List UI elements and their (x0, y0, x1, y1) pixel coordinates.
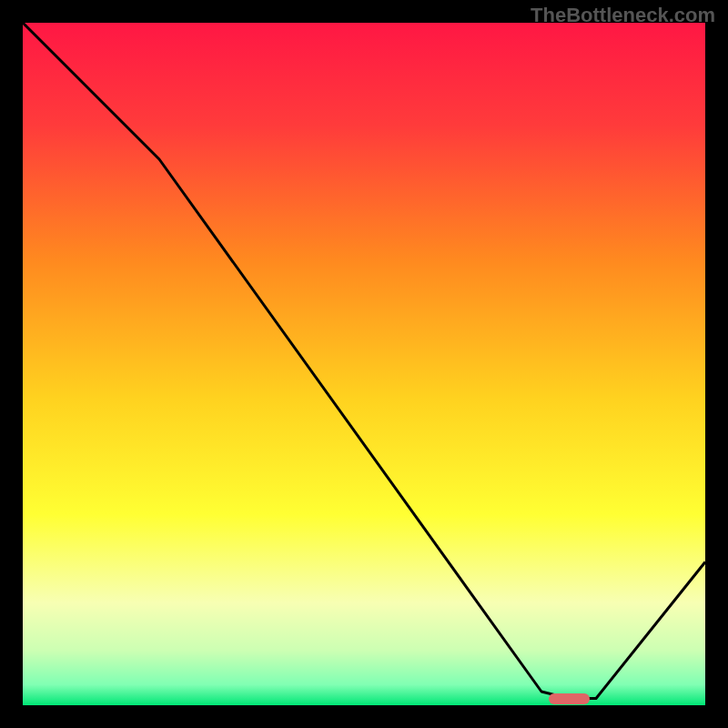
plot-area (23, 23, 705, 705)
watermark-text: TheBottleneck.com (531, 4, 715, 27)
bottleneck-curve (23, 23, 705, 705)
optimal-marker (549, 693, 590, 704)
